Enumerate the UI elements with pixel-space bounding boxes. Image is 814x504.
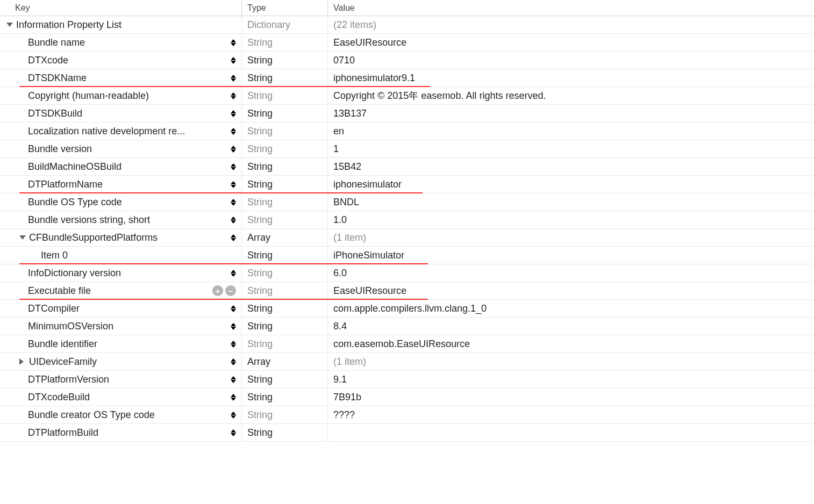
disclosure-triangle-icon[interactable] [19, 235, 29, 240]
key-stepper-icon[interactable] [231, 163, 236, 170]
table-row[interactable]: Bundle versionString1 [0, 140, 814, 158]
table-row[interactable]: DTPlatformVersionString9.1 [0, 371, 814, 388]
table-row[interactable]: Bundle versions string, shortString1.0 [0, 211, 814, 229]
table-row[interactable]: Bundle OS Type codeStringBNDL [0, 193, 814, 211]
key-stepper-icon[interactable] [231, 199, 236, 206]
column-header-row: Key Type Value [0, 0, 814, 16]
disclosure-triangle-icon[interactable] [6, 23, 16, 27]
key-label: DTXcodeBuild [28, 392, 90, 403]
table-row[interactable]: DTXcodeBuildString7B91b [0, 388, 814, 406]
key-label: BuildMachineOSBuild [28, 161, 122, 172]
header-type-label: Type [247, 3, 266, 13]
key-stepper-icon[interactable] [231, 128, 236, 135]
key-stepper-icon[interactable] [231, 429, 236, 436]
value-label: 8.4 [333, 321, 347, 332]
table-row[interactable]: DTSDKBuildString13B137 [0, 105, 814, 123]
type-label: String [247, 321, 273, 332]
key-stepper-icon[interactable] [231, 341, 236, 348]
key-stepper-icon[interactable] [231, 394, 236, 401]
key-stepper-icon[interactable] [231, 75, 236, 82]
key-label: DTPlatformName [28, 179, 103, 190]
value-label: 1 [333, 143, 339, 155]
type-label: String [247, 108, 273, 119]
type-label: String [247, 90, 273, 102]
key-stepper-icon[interactable] [231, 39, 236, 46]
key-label: Bundle version [28, 143, 92, 155]
table-row[interactable]: DTPlatformBuildString [0, 424, 814, 442]
header-value[interactable]: Value [328, 0, 814, 16]
key-stepper-icon[interactable] [231, 376, 236, 383]
type-label: Array [247, 356, 270, 368]
annotation-underline [19, 86, 242, 87]
key-stepper-icon[interactable] [231, 217, 236, 224]
table-row[interactable]: Bundle creator OS Type codeString???? [0, 406, 814, 424]
key-label: Bundle name [28, 37, 85, 48]
table-row[interactable]: Bundle identifierStringcom.easemob.EaseU… [0, 335, 814, 353]
table-row[interactable]: Copyright (human-readable)StringCopyrigh… [0, 87, 814, 105]
key-stepper-icon[interactable] [231, 92, 236, 99]
value-label: iPhoneSimulator [333, 250, 404, 261]
header-key-label: Key [15, 3, 30, 13]
value-label: ???? [333, 409, 355, 421]
key-stepper-icon[interactable] [231, 234, 236, 241]
table-row[interactable]: Bundle nameStringEaseUIResource [0, 34, 814, 52]
value-label: 9.1 [333, 374, 347, 385]
table-row[interactable]: DTCompilerStringcom.apple.compilers.llvm… [0, 300, 814, 318]
table-row[interactable]: BuildMachineOSBuildString15B42 [0, 158, 814, 176]
table-row[interactable]: Localization native development re...Str… [0, 123, 814, 140]
key-label: Bundle creator OS Type code [28, 409, 155, 421]
key-stepper-icon[interactable] [231, 323, 236, 330]
remove-row-button[interactable]: − [225, 285, 236, 296]
table-row[interactable]: UIDeviceFamilyArray(1 item) [0, 353, 814, 371]
table-row[interactable]: CFBundleSupportedPlatformsArray(1 item) [0, 229, 814, 247]
table-row[interactable]: Executable file+−StringEaseUIResource [0, 282, 814, 300]
header-key[interactable]: Key [0, 0, 242, 16]
annotation-underline [19, 299, 242, 300]
value-label: (1 item) [333, 356, 366, 368]
key-label: DTPlatformBuild [28, 427, 98, 438]
header-type[interactable]: Type [242, 0, 328, 16]
key-label: DTPlatformVersion [28, 374, 109, 385]
value-label: en [333, 126, 344, 137]
value-label: 0710 [333, 55, 355, 66]
key-stepper-icon[interactable] [231, 57, 236, 64]
value-label: 13B137 [333, 108, 367, 119]
key-stepper-icon[interactable] [231, 358, 236, 365]
disclosure-triangle-icon[interactable] [19, 358, 27, 365]
annotation-underline [242, 263, 328, 264]
type-label: String [247, 268, 273, 279]
root-row[interactable]: Information Property List Dictionary (22… [0, 16, 814, 34]
root-key-label: Information Property List [16, 19, 122, 31]
key-label: Executable file [28, 285, 91, 297]
type-label: String [247, 427, 273, 438]
type-label: String [247, 37, 273, 48]
type-label: String [247, 392, 273, 403]
value-label: (1 item) [333, 232, 366, 243]
annotation-underline [19, 263, 242, 264]
table-row[interactable]: DTSDKNameStringiphonesimulator9.1 [0, 69, 814, 87]
value-label: iphonesimulator9.1 [333, 73, 415, 84]
value-label: Copyright © 2015年 easemob. All rights re… [333, 89, 546, 102]
type-label: String [247, 374, 273, 385]
key-label: Localization native development re... [28, 126, 185, 137]
type-label: String [247, 161, 273, 172]
key-stepper-icon[interactable] [231, 270, 236, 277]
key-stepper-icon[interactable] [231, 181, 236, 188]
key-stepper-icon[interactable] [231, 110, 236, 117]
table-row[interactable]: Item 0StringiPhoneSimulator [0, 247, 814, 264]
annotation-underline [19, 192, 242, 193]
key-label: Copyright (human-readable) [28, 90, 149, 102]
table-row[interactable]: MinimumOSVersionString8.4 [0, 318, 814, 335]
key-label: MinimumOSVersion [28, 321, 113, 332]
key-stepper-icon[interactable] [231, 305, 236, 312]
key-stepper-icon[interactable] [231, 412, 236, 419]
table-row[interactable]: InfoDictionary versionString6.0 [0, 264, 814, 282]
key-label: DTSDKName [28, 73, 87, 84]
value-label: iphonesimulator [333, 179, 402, 190]
table-row[interactable]: DTXcodeString0710 [0, 52, 814, 69]
table-row[interactable]: DTPlatformNameStringiphonesimulator [0, 176, 814, 193]
key-stepper-icon[interactable] [231, 146, 236, 153]
add-row-button[interactable]: + [212, 285, 223, 296]
value-label: BNDL [333, 197, 359, 208]
annotation-underline [328, 263, 428, 264]
